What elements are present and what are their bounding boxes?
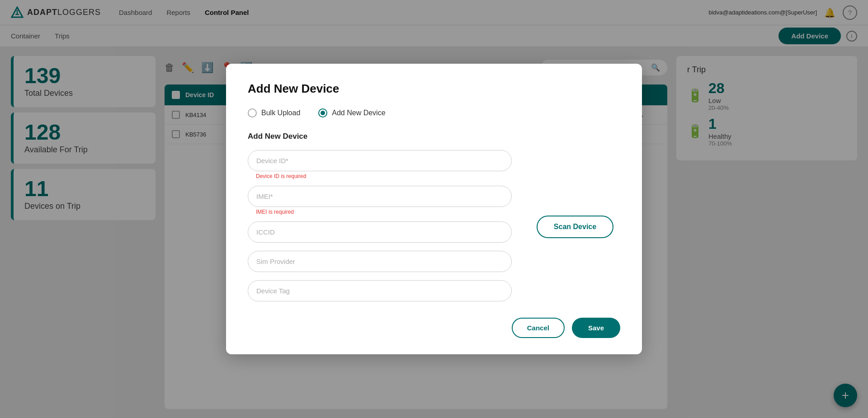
field-device-tag xyxy=(248,280,512,301)
radio-add-new-outer xyxy=(318,108,327,117)
form-section-title: Add New Device xyxy=(248,132,620,141)
radio-add-new-inner xyxy=(321,111,325,115)
device-id-input[interactable] xyxy=(248,150,512,171)
form-side: Scan Device xyxy=(530,150,620,303)
radio-bulk-label: Bulk Upload xyxy=(261,109,300,117)
scan-device-button[interactable]: Scan Device xyxy=(537,216,613,238)
add-device-modal: Add New Device Bulk Upload Add New Devic… xyxy=(226,64,642,354)
radio-bulk-outer xyxy=(248,108,257,117)
modal-title: Add New Device xyxy=(248,82,620,96)
form-layout: Device ID is required IMEI is required xyxy=(248,150,620,303)
field-imei: IMEI is required xyxy=(248,186,512,220)
radio-add-new[interactable]: Add New Device xyxy=(318,108,385,117)
device-tag-input[interactable] xyxy=(248,280,512,301)
save-button[interactable]: Save xyxy=(572,318,620,338)
field-device-id: Device ID is required xyxy=(248,150,512,184)
modal-footer: Cancel Save xyxy=(248,318,620,338)
modal-overlay: Add New Device Bulk Upload Add New Devic… xyxy=(0,0,868,418)
imei-input[interactable] xyxy=(248,186,512,207)
cancel-button[interactable]: Cancel xyxy=(512,318,565,338)
field-iccid xyxy=(248,221,512,249)
radio-add-new-label: Add New Device xyxy=(332,109,385,117)
radio-group: Bulk Upload Add New Device xyxy=(248,108,620,117)
iccid-input[interactable] xyxy=(248,221,512,243)
field-sim-provider xyxy=(248,251,512,278)
sim-provider-input[interactable] xyxy=(248,251,512,272)
device-id-error: Device ID is required xyxy=(256,173,512,179)
radio-bulk-upload[interactable]: Bulk Upload xyxy=(248,108,300,117)
form-fields: Device ID is required IMEI is required xyxy=(248,150,512,303)
imei-error: IMEI is required xyxy=(256,209,512,215)
